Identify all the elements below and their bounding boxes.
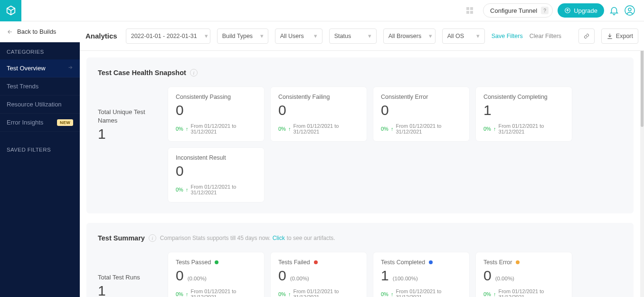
- top-header: Configure Tunnel ? Upgrade: [0, 0, 644, 21]
- filter-browsers[interactable]: All Browsers ▾: [383, 29, 436, 44]
- card-range: From 01/12/2021 to 31/12/2021: [293, 123, 359, 134]
- trend-up-icon: ↑: [186, 291, 189, 297]
- page-title: Analytics: [85, 32, 117, 40]
- chevron-down-icon: ▾: [314, 32, 317, 39]
- card-value: 0: [278, 268, 286, 284]
- sidebar-item-resource-utilization[interactable]: Resource Utilization: [0, 96, 80, 114]
- card-pct: 0%: [176, 291, 183, 297]
- filter-os-label: All OS: [447, 33, 464, 39]
- brand-logo[interactable]: [0, 0, 21, 21]
- card-title: Consistently Error: [381, 94, 462, 100]
- svg-rect-1: [470, 7, 473, 10]
- snapshot-cards: Consistently Passing 0 0% ↑ From 01/12/2…: [168, 87, 622, 202]
- card-tests-error: Tests Error 0(0.00%) 0%↑From 01/12/2021 …: [476, 252, 572, 297]
- card-title: Inconsistent Result: [176, 154, 256, 161]
- left-metric-label: Total Test Runs: [98, 273, 160, 282]
- status-dot-icon: [516, 260, 520, 264]
- filter-date-range[interactable]: 2022-01-01 - 2022-01-31 ▾: [126, 29, 210, 44]
- card-pct: 0%: [483, 126, 491, 132]
- card-range: From 01/12/2021 to 31/12/2021: [190, 123, 256, 134]
- filter-build-types[interactable]: Build Types ▾: [217, 29, 268, 44]
- chevron-down-icon: ▾: [260, 32, 264, 39]
- card-value: 1: [483, 102, 492, 118]
- sidebar-item-error-insights[interactable]: Error Insights NEW: [0, 114, 80, 132]
- filter-os[interactable]: All OS ▾: [442, 29, 485, 44]
- summary-cards: Tests Passed 0(0.00%) 0%↑From 01/12/2021…: [168, 252, 622, 297]
- panel-title: Test Summary: [98, 234, 145, 242]
- card-value: 0: [176, 268, 184, 284]
- filter-date-label: 2022-01-01 - 2022-01-31: [131, 33, 197, 39]
- card-value: 0: [176, 102, 184, 118]
- content-area: Test Case Health Snapshot i Total Unique…: [80, 51, 640, 297]
- upgrade-icon: [564, 7, 571, 14]
- upgrade-button[interactable]: Upgrade: [558, 3, 604, 18]
- configure-tunnel-button[interactable]: Configure Tunnel ?: [483, 3, 553, 18]
- filter-browsers-label: All Browsers: [388, 33, 421, 39]
- status-dot-icon: [215, 260, 218, 264]
- trend-up-icon: ↑: [391, 126, 394, 132]
- info-icon[interactable]: i: [190, 69, 198, 77]
- notifications-icon[interactable]: [609, 5, 619, 16]
- new-badge: NEW: [57, 119, 73, 126]
- share-link-button[interactable]: [578, 29, 595, 44]
- trend-up-icon: ↑: [493, 126, 496, 132]
- card-range: From 01/12/2021 to 31/12/2021: [190, 288, 256, 297]
- chevron-down-icon: ▾: [368, 32, 371, 39]
- card-sub: (0.00%): [495, 276, 514, 281]
- card-pct: 0%: [176, 126, 183, 132]
- export-label: Export: [616, 33, 633, 39]
- clear-filters-link[interactable]: Clear Filters: [530, 33, 561, 39]
- filter-status[interactable]: Status ▾: [329, 29, 377, 44]
- sidebar-item-label: Test Overview: [7, 65, 46, 72]
- svg-rect-2: [466, 11, 469, 14]
- card-sub: (0.00%): [290, 276, 309, 281]
- export-button[interactable]: Export: [601, 29, 638, 44]
- card-title: Consistently Completing: [483, 94, 564, 100]
- card-title: Tests Failed: [278, 259, 310, 266]
- svg-rect-3: [470, 11, 473, 14]
- sidebar-item-test-overview[interactable]: Test Overview: [0, 59, 80, 77]
- summary-hint-link[interactable]: Click: [273, 235, 285, 241]
- card-range: From 01/12/2021 to 31/12/2021: [498, 288, 564, 297]
- trend-up-icon: ↑: [288, 126, 291, 132]
- help-badge: ?: [541, 7, 549, 14]
- save-filters-link[interactable]: Save Filters: [492, 33, 523, 39]
- card-range: From 01/12/2021 to 31/12/2021: [293, 288, 359, 297]
- panel-title: Test Case Health Snapshot: [98, 69, 186, 77]
- chevron-down-icon: ▾: [205, 32, 208, 39]
- summary-hint: Comparison Stats supports till 45 days n…: [160, 235, 335, 241]
- card-consistently-error: Consistently Error 0 0% ↑ From 01/12/202…: [373, 87, 469, 141]
- profile-icon[interactable]: [624, 5, 635, 16]
- card-value: 0: [278, 102, 286, 118]
- chevron-down-icon: ▾: [429, 32, 432, 39]
- sidebar: Back to Builds CATEGORIES Test Overview …: [0, 21, 80, 297]
- card-tests-completed: Tests Completed 1(100.00%) 0%↑From 01/12…: [373, 252, 469, 297]
- card-pct: 0%: [176, 187, 183, 192]
- card-range: From 01/12/2021 to 31/12/2021: [396, 288, 462, 297]
- arrow-right-icon: [67, 65, 73, 72]
- filter-users-label: All Users: [280, 33, 304, 39]
- card-title: Tests Error: [483, 259, 512, 266]
- info-icon[interactable]: i: [149, 234, 156, 242]
- trend-up-icon: ↑: [186, 187, 189, 192]
- sidebar-item-test-trends[interactable]: Test Trends: [0, 77, 80, 96]
- card-pct: 0%: [278, 291, 286, 297]
- apps-grid-icon[interactable]: [466, 7, 474, 14]
- svg-point-6: [628, 8, 631, 11]
- svg-rect-0: [466, 7, 469, 10]
- filter-status-label: Status: [334, 33, 351, 39]
- card-inconsistent-result: Inconsistent Result 0 0% ↑ From 01/12/20…: [168, 148, 264, 202]
- total-unique-test-names: Total Unique Test Names 1: [98, 87, 160, 142]
- status-dot-icon: [314, 260, 318, 264]
- card-value: 0: [176, 163, 184, 179]
- card-value: 0: [381, 102, 389, 118]
- trend-up-icon: ↑: [186, 126, 189, 132]
- scrollbar[interactable]: [640, 21, 644, 297]
- filter-users[interactable]: All Users ▾: [275, 29, 322, 44]
- card-title: Consistently Failing: [278, 94, 359, 100]
- card-pct: 0%: [381, 126, 388, 132]
- back-to-builds[interactable]: Back to Builds: [0, 21, 80, 42]
- card-consistently-completing: Consistently Completing 1 0% ↑ From 01/1…: [476, 87, 572, 141]
- categories-header: CATEGORIES: [0, 42, 80, 59]
- back-label: Back to Builds: [17, 28, 56, 35]
